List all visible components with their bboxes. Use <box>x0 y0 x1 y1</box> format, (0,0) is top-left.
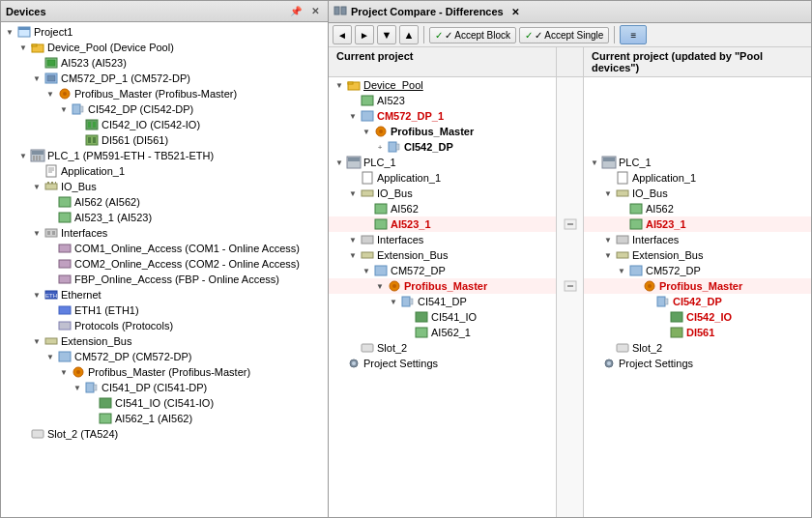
cmp-profibus2[interactable]: ▼ Profibus_Master <box>329 278 556 294</box>
tree-item-com2[interactable]: COM2_Online_Access (COM2 - Online Access… <box>1 256 328 272</box>
expander-plc1[interactable]: ▼ <box>16 152 30 160</box>
tree-item-application1[interactable]: Application_1 <box>1 163 328 179</box>
cmp-iobus[interactable]: ▼ IO_Bus <box>329 186 556 201</box>
rcmp-slot2[interactable]: Slot_2 <box>584 340 811 356</box>
cmp-cm572dp[interactable]: ▼ CM572_DP <box>329 263 556 278</box>
tree-item-ethernet[interactable]: ▼ ETH Ethernet <box>1 287 328 302</box>
tree-item-project1[interactable]: ▼ Project1 <box>1 24 328 40</box>
svg-rect-57 <box>362 111 373 121</box>
rcmp-plc1[interactable]: ▼ PLC_1 <box>584 155 811 170</box>
tree-item-ci541dp[interactable]: ▼ CI541_DP (CI541-DP) <box>1 380 328 395</box>
cmp-ai562-1[interactable]: AI562_1 <box>329 325 556 340</box>
rcmp-extbus[interactable]: ▼ Extension_Bus <box>584 247 811 263</box>
tree-item-interfaces[interactable]: ▼ Interfaces <box>1 225 328 241</box>
expander-profibus[interactable]: ▼ <box>44 90 57 99</box>
cmp-label: CI542_DP <box>404 141 453 153</box>
rcmp-ai523-1[interactable]: AI523_1 <box>584 216 811 232</box>
tree-item-plc1[interactable]: ▼ PLC_1 (PM591-ETH - TB521-ETH) <box>1 148 328 163</box>
interface-icon <box>44 226 59 240</box>
rcmp-ci542io[interactable]: CI542_IO <box>584 309 811 325</box>
tree-item-profibus-master2[interactable]: ▼ Profibus_Master (Profibus-Master) <box>1 364 328 380</box>
rcmp-cm572dp[interactable]: ▼ CM572_DP <box>584 263 811 278</box>
rcmp-di561[interactable]: DI561 <box>584 325 811 340</box>
compare-close-btn[interactable]: ✕ <box>511 7 519 17</box>
accept-block-button[interactable]: ✓ ✓ Accept Block <box>429 27 516 43</box>
rcmp-projsettings[interactable]: Project Settings <box>584 356 811 371</box>
cmp-app1[interactable]: Application_1 <box>329 170 556 186</box>
cmp-projsettings-left[interactable]: Current project Project Settings <box>329 356 556 371</box>
tree-item-eth1[interactable]: ETH1 (ETH1) <box>1 302 328 318</box>
rcmp-interfaces[interactable]: ▼ Interfaces <box>584 232 811 247</box>
tree-item-com1[interactable]: COM1_Online_Access (COM1 - Online Access… <box>1 241 328 256</box>
cmp-ai523[interactable]: AI523 <box>329 93 556 108</box>
view-toggle-button[interactable]: ≡ <box>620 25 647 44</box>
cmp-ci541dp[interactable]: ▼ CI541_DP <box>329 294 556 309</box>
cmp-ai562[interactable]: AI562 <box>329 201 556 216</box>
cmp-ci541io[interactable]: CI541_IO <box>329 309 556 325</box>
svg-rect-19 <box>32 151 44 155</box>
tree-item-cm572dp[interactable]: ▼ CM572_DP (CM572-DP) <box>1 349 328 364</box>
close-button[interactable]: ✕ <box>307 4 323 18</box>
tree-item-ci542io[interactable]: CI542_IO (CI542-IO) <box>1 117 328 132</box>
tree-item-ai562[interactable]: AI562 (AI562) <box>1 194 328 210</box>
cmp-ci542dp[interactable]: + CI542_DP <box>329 139 556 155</box>
cmp-ai523-1[interactable]: AI523_1 <box>329 216 556 232</box>
rcmp-profibus[interactable]: Profibus_Master <box>584 278 811 294</box>
cmp-interfaces[interactable]: ▼ Interfaces <box>329 232 556 247</box>
tree-item-profibus-master[interactable]: ▼ Profibus_Master (Profibus-Master) <box>1 86 328 101</box>
svg-rect-23 <box>46 165 56 177</box>
rcmp-iobus[interactable]: ▼ IO_Bus <box>584 186 811 201</box>
expander-project1[interactable]: ▼ <box>3 28 16 37</box>
expander-ci541dp[interactable]: ▼ <box>71 384 84 392</box>
rcmp-app1[interactable]: Application_1 <box>584 170 811 186</box>
expander-interfaces[interactable]: ▼ <box>30 229 44 238</box>
tree-item-iobus[interactable]: ▼ IO_Bus <box>1 179 328 194</box>
expander-cm572dp1[interactable]: ▼ <box>30 74 44 83</box>
cmp-profibus1[interactable]: ▼ Profibus_Master <box>329 124 556 139</box>
bus-icon <box>44 334 59 348</box>
profibus-icon <box>57 87 72 101</box>
compare-icon <box>334 4 347 19</box>
tree-item-cm572dp1[interactable]: ▼ CM572_DP_1 (CM572-DP) <box>1 71 328 86</box>
cmp-label: Extension_Bus <box>377 249 448 261</box>
cmp-extbus[interactable]: ▼ Extension_Bus <box>329 247 556 263</box>
pin-button[interactable]: 📌 <box>286 4 305 18</box>
forward-button[interactable]: ► <box>355 25 374 44</box>
expander-iobus[interactable]: ▼ <box>30 183 44 191</box>
cmp-cm572dp1[interactable]: ▼ CM572_DP_1 <box>329 108 556 124</box>
expander-ci542dp[interactable]: ▼ <box>57 105 71 114</box>
rcmp-label: Profibus_Master <box>659 280 742 292</box>
module-icon <box>655 295 671 308</box>
cmp-slot2-left[interactable]: Slot_2 <box>329 340 556 356</box>
expander-cm572dp[interactable]: ▼ <box>44 353 57 361</box>
accept-single-label: ✓ Accept Single <box>535 30 603 41</box>
tree-item-fbp[interactable]: FBP_Online_Access (FBP - Online Access) <box>1 272 328 287</box>
tree-item-protocols[interactable]: Protocols (Protocols) <box>1 318 328 333</box>
rcmp-ci542dp[interactable]: CI542_DP <box>584 294 811 309</box>
rcmp-ai562[interactable]: AI562 <box>584 201 811 216</box>
down-button[interactable]: ▼ <box>377 25 396 44</box>
tree-item-ci541io[interactable]: CI541_IO (CI541-IO) <box>1 395 328 411</box>
cmp-device-pool[interactable]: ▼ Device_Pool <box>329 77 556 93</box>
tree-item-ai523-1[interactable]: AI523_1 (AI523) <box>1 210 328 225</box>
cmp-plc1[interactable]: ▼ PLC_1 <box>329 155 556 170</box>
expander-ethernet[interactable]: ▼ <box>30 291 44 300</box>
tree-item-di561[interactable]: DI561 (DI561) <box>1 132 328 148</box>
tree-item-slot2[interactable]: Slot_2 (TA524) <box>1 426 328 442</box>
accept-single-button[interactable]: ✓ ✓ Accept Single <box>519 27 609 43</box>
tree-item-ci542dp[interactable]: ▼ CI542_DP (CI542-DP) <box>1 101 328 117</box>
svg-point-101 <box>607 361 611 365</box>
tree-item-extbus[interactable]: ▼ Extension_Bus <box>1 333 328 349</box>
expander-profibus2[interactable]: ▼ <box>57 368 71 377</box>
expander-device-pool[interactable]: ▼ <box>16 43 30 52</box>
up-button[interactable]: ▲ <box>399 25 419 44</box>
back-button[interactable]: ◄ <box>333 25 352 44</box>
expander-extbus[interactable]: ▼ <box>30 337 44 346</box>
bus-icon <box>360 187 375 200</box>
devices-panel: Devices 📌 ✕ ▼ Project1 ▼ <box>0 0 329 518</box>
bus-icon <box>615 248 630 262</box>
tree-item-ai562-1[interactable]: AI562_1 (AI562) <box>1 411 328 426</box>
tree-item-ai523[interactable]: AI523 (AI523) <box>1 55 328 71</box>
svg-rect-87 <box>617 190 628 196</box>
tree-item-device-pool[interactable]: ▼ Device_Pool (Device Pool) <box>1 40 328 55</box>
